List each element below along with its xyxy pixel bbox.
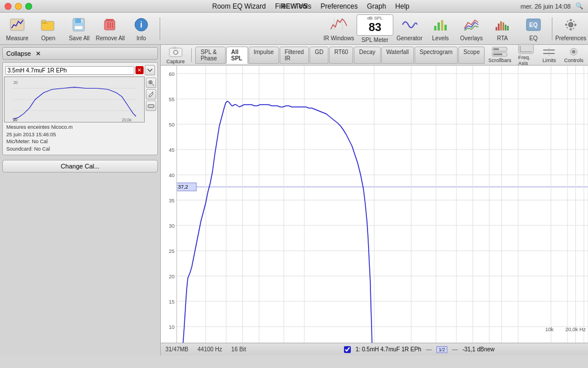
- main-content: Collapse ✕ 3.5mH 4.7muF 1R EPh ✕: [0, 45, 588, 355]
- minimize-button[interactable]: [15, 3, 22, 10]
- svg-rect-55: [493, 53, 502, 55]
- menu-preferences[interactable]: Preferences: [320, 2, 358, 10]
- collapse-button[interactable]: Collapse ✕: [2, 47, 158, 60]
- close-button[interactable]: [5, 3, 11, 10]
- chart-container[interactable]: 37,2: [177, 66, 588, 343]
- menu-graph[interactable]: Graph: [367, 2, 386, 10]
- tab-filtered-ir[interactable]: Filtered IR: [280, 47, 309, 64]
- smoothing-display[interactable]: 1⁄2: [436, 346, 448, 353]
- save-all-button[interactable]: Save All: [64, 14, 94, 43]
- clock-label: mer. 26 juin 14:08: [521, 3, 571, 10]
- ir-windows-label: IR Windows: [323, 35, 354, 41]
- maximize-button[interactable]: [25, 3, 32, 10]
- tab-waterfall[interactable]: Waterfall: [381, 47, 414, 64]
- svg-point-34: [574, 24, 577, 26]
- eq-button[interactable]: EQ EQ: [519, 14, 548, 43]
- remove-all-button[interactable]: Remove All: [95, 14, 125, 43]
- rta-button[interactable]: RTA: [488, 14, 517, 43]
- svg-text:55: 55: [169, 97, 175, 102]
- svg-rect-54: [493, 48, 499, 50]
- y-axis: 60 55 50 45 40 35 30 25 20 15 10 5: [161, 66, 177, 343]
- tab-gd[interactable]: GD: [310, 47, 328, 64]
- generator-label: Generator: [396, 35, 422, 41]
- svg-text:25: 25: [169, 248, 175, 254]
- svg-text:20: 20: [169, 274, 175, 279]
- overlays-button[interactable]: Overlays: [457, 14, 486, 43]
- svg-rect-20: [444, 25, 447, 30]
- meas-info-line3: Mic/Meter: No Cal: [6, 138, 154, 145]
- controls-button[interactable]: Controls: [562, 45, 586, 64]
- mini-graph: 20 20 20 20,0k: [4, 76, 145, 122]
- graph-area: 60 55 50 45 40 35 30 25 20 15 10 5: [161, 66, 588, 343]
- svg-rect-26: [507, 26, 509, 30]
- svg-text:20: 20: [13, 118, 17, 122]
- footer-measurement-label: 1: 0.5mH 4.7muF 1R EPh: [355, 346, 421, 352]
- generator-button[interactable]: Generator: [394, 14, 424, 43]
- info-button[interactable]: i Info: [126, 14, 156, 43]
- tab-scope[interactable]: Scope: [458, 47, 485, 64]
- tab-all-spl[interactable]: All SPL: [226, 47, 248, 64]
- open-icon: [39, 16, 57, 34]
- chart-svg: 37,2: [177, 66, 588, 343]
- status-bar: 31/47MB 44100 Hz 16 Bit 1: 0.5mH 4.7muF …: [161, 343, 588, 355]
- preferences-button[interactable]: Preferences: [556, 14, 586, 43]
- memory-label: 31/47MB: [165, 346, 188, 352]
- svg-text:20: 20: [13, 80, 18, 85]
- svg-rect-2: [41, 20, 46, 22]
- eq-icon: EQ: [524, 16, 543, 34]
- tab-decay[interactable]: Decay: [354, 47, 380, 64]
- right-panel: Capture SPL & Phase All SPL Impulse Filt…: [161, 45, 588, 355]
- preferences-icon: [562, 16, 580, 34]
- sample-rate-label: 44100 Hz: [198, 346, 222, 352]
- resize-icon[interactable]: [146, 101, 156, 111]
- titlebar: Room EQ Wizard File Tools Preferences Gr…: [0, 0, 588, 13]
- change-cal-button[interactable]: Change Cal...: [2, 160, 158, 172]
- capture-button[interactable]: Capture: [163, 46, 188, 64]
- svg-rect-7: [106, 19, 114, 20]
- svg-point-63: [572, 50, 575, 53]
- measure-button[interactable]: Measure: [2, 14, 32, 43]
- spl-value: 83: [369, 21, 381, 33]
- meas-info-line1: Mesures enceintes Nicoco.m: [6, 124, 154, 131]
- limits-button[interactable]: Limits: [539, 45, 559, 64]
- toolbar-sep-2: [552, 17, 552, 40]
- tab-impulse[interactable]: Impulse: [249, 47, 279, 64]
- freq-axis-button[interactable]: Freq. Axis: [516, 43, 536, 67]
- spl-meter-button[interactable]: dB SPL 83 SPL Meter: [357, 14, 393, 43]
- toolbar2-sep: [191, 48, 192, 62]
- open-button[interactable]: Open: [33, 14, 63, 43]
- meas-info-line2: 25 juin 2013 15:46:05: [6, 131, 154, 139]
- menubar: Room EQ Wizard File Tools Preferences Gr…: [212, 2, 409, 10]
- bit-depth-label: 16 Bit: [231, 346, 246, 352]
- spl-display: dB SPL 83: [357, 14, 393, 36]
- svg-rect-51: [173, 47, 176, 48]
- menu-help[interactable]: Help: [395, 2, 409, 10]
- pencil-icon[interactable]: [146, 89, 156, 99]
- svg-rect-6: [81, 19, 83, 22]
- svg-text:35: 35: [169, 198, 175, 204]
- window-title: REW V5: [281, 2, 307, 10]
- svg-text:50: 50: [169, 122, 175, 128]
- svg-rect-48: [148, 105, 154, 108]
- search-icon[interactable]: 🔍: [575, 2, 583, 10]
- collapse-icon: ✕: [36, 50, 41, 57]
- svg-rect-24: [502, 22, 504, 30]
- measurement-checkbox[interactable]: [344, 346, 351, 353]
- measurement-close-button[interactable]: ✕: [136, 66, 144, 74]
- save-all-icon: [70, 16, 88, 34]
- svg-point-33: [565, 24, 567, 26]
- tab-spectrogram[interactable]: Spectrogram: [415, 47, 458, 64]
- svg-text:15: 15: [169, 299, 175, 305]
- svg-line-44: [152, 84, 154, 86]
- graph-zoom-icon[interactable]: [146, 78, 156, 88]
- tab-spl-phase[interactable]: SPL & Phase: [195, 47, 225, 64]
- measurement-item: 3.5mH 4.7muF 1R EPh ✕: [2, 62, 158, 155]
- levels-button[interactable]: Levels: [425, 14, 455, 43]
- tab-rt60[interactable]: RT60: [329, 47, 353, 64]
- info-label: Info: [137, 35, 146, 41]
- controls-label: Controls: [564, 57, 583, 63]
- scrollbars-button[interactable]: Scrollbars: [486, 45, 513, 64]
- ir-windows-button[interactable]: IR Windows: [322, 14, 355, 43]
- remove-all-label: Remove All: [96, 35, 125, 41]
- remove-all-icon: [101, 16, 119, 34]
